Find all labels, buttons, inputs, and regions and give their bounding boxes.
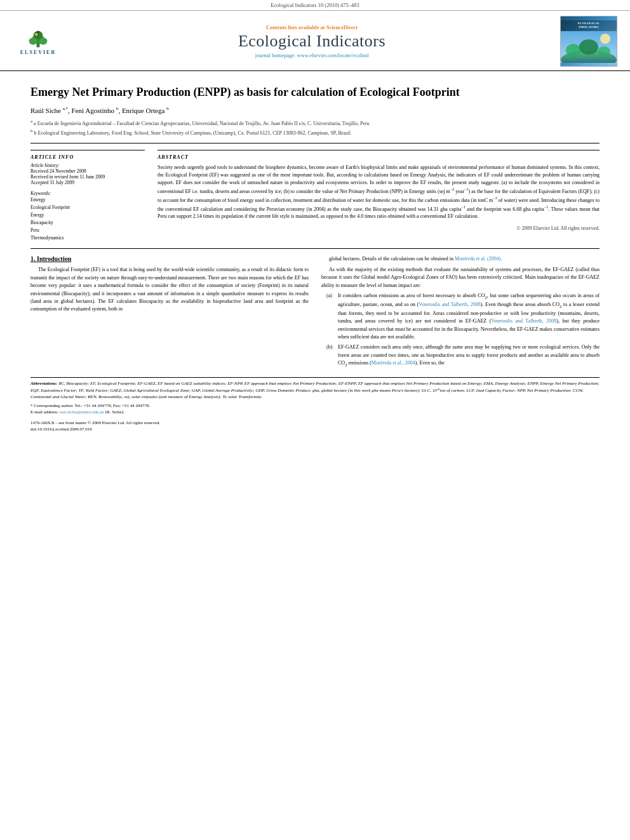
cover-title-text: ECOLOGICALINDICATORS: [561, 20, 617, 31]
journal-citation: Ecological Indicators 10 (2010) 475–483: [271, 2, 359, 8]
elsevier-tree-icon: [22, 28, 54, 48]
header-center: Contents lists available at ScienceDirec…: [64, 24, 560, 58]
svg-point-3: [39, 37, 48, 44]
section-divider: [30, 248, 600, 249]
abstract-col: Abstract Society needs urgently good too…: [158, 150, 600, 242]
affiliations: a a Escuela de Ingeniería Agroindustrial…: [30, 118, 600, 143]
footnote-area: Abbreviations: BC, Biocapacity; EF, Ecol…: [30, 377, 600, 433]
journal-cover-image: ECOLOGICALINDICATORS: [561, 17, 617, 66]
issn-line: 1470-160X/$ – see front matter © 2009 El…: [30, 420, 600, 427]
abbreviations-block: Abbreviations: BC, Biocapacity; EF, Ecol…: [30, 380, 600, 401]
keyword-thermodynamics: Thermodynamics: [30, 234, 145, 242]
list-item-b: (b) EF-GAEZ considers each area only onc…: [326, 343, 600, 368]
journal-citation-bar: Ecological Indicators 10 (2010) 475–483: [0, 0, 630, 11]
sciencedirect-line: Contents lists available at ScienceDirec…: [64, 24, 560, 30]
keyword-ef: Ecological Footprint: [30, 204, 145, 211]
page-wrapper: Ecological Indicators 10 (2010) 475–483 …: [0, 0, 630, 840]
keywords-label: Keywords:: [30, 190, 145, 196]
keyword-biocapacity: Biocapacity: [30, 219, 145, 227]
corresponding-author-note: * Corresponding author. Tel.: +51 44 294…: [30, 403, 600, 410]
svg-point-2: [29, 37, 37, 44]
journal-header: ELSEVIER Contents lists available at Sci…: [0, 11, 630, 71]
sciencedirect-link-text[interactable]: ScienceDirect: [326, 24, 358, 30]
article-content: Emergy Net Primary Production (ENPP) as …: [0, 71, 630, 442]
elsevier-logo: ELSEVIER: [13, 25, 64, 57]
keyword-emergy: Emergy: [30, 196, 145, 204]
corresponding-label: * Corresponding author. Tel.: +51 44 294…: [30, 403, 150, 408]
article-title: Emergy Net Primary Production (ENPP) as …: [30, 85, 600, 100]
journal-cover-thumbnail: ECOLOGICALINDICATORS: [560, 16, 617, 67]
svg-point-13: [600, 34, 610, 44]
abstract-heading: Abstract: [158, 154, 600, 160]
copyright-line: © 2009 Elsevier Ltd. All rights reserved…: [158, 225, 600, 231]
revised-date: Received in revised form 11 June 2009: [30, 174, 145, 180]
cover-image-area: [561, 31, 617, 63]
item-label-b: (b): [326, 343, 335, 368]
item-text-b: EF-GAEZ considers each area only once, a…: [338, 343, 600, 368]
abstract-text: Society needs urgently good tools to und…: [158, 164, 600, 220]
monfreda-link-2: Monfreda et al., 2004: [372, 360, 415, 366]
cover-illustration: [561, 31, 617, 63]
body-section: 1. Introduction The Ecological Footprint…: [30, 255, 600, 371]
item-text-a: It considers carbon emissions as area of…: [338, 292, 600, 341]
venetoulis-link-1: Venetoulis and Talberth, 2008: [419, 302, 481, 307]
keyword-energy: Energy: [30, 211, 145, 219]
affiliation-b: b b Ecological Engineering Laboratory, F…: [30, 128, 600, 137]
body-col-left: 1. Introduction The Ecological Footprint…: [30, 255, 309, 371]
abstract-section: Abstract Society needs urgently good too…: [158, 150, 600, 231]
history-label: Article history:: [30, 163, 145, 168]
svg-point-5: [37, 30, 39, 33]
info-abstract-section: Article info Article history: Received 2…: [30, 150, 600, 242]
received-date: Received 24 November 2008: [30, 168, 145, 174]
article-info-heading: Article info: [30, 154, 145, 160]
authors-line: Raúl Siche a,*, Feni Agostinho b, Enriqu…: [30, 106, 600, 114]
journal-title: Ecological Indicators: [64, 32, 560, 51]
accepted-date: Accepted 31 July 2009: [30, 180, 145, 185]
abbr-label: Abbreviations:: [30, 381, 57, 386]
svg-point-12: [598, 46, 610, 57]
body-col-right: global hectares. Details of the calculat…: [321, 255, 600, 371]
svg-point-10: [566, 44, 581, 57]
email-address: raul.siche@unitru.edu.pe: [60, 410, 104, 415]
intro-body-right: global hectares. Details of the calculat…: [321, 255, 600, 368]
article-info-box: Article info Article history: Received 2…: [30, 150, 145, 242]
elsevier-wordmark: ELSEVIER: [20, 50, 56, 55]
email-line: E-mail address: raul.siche@unitru.edu.pe…: [30, 409, 600, 416]
monfreda-link: Monfreda et al. (2004).: [455, 256, 502, 262]
doi-line: doi:10.1016/j.ecolind.2009.07.018: [30, 426, 600, 433]
item-label-a: (a): [326, 292, 335, 341]
keyword-peru: Peru: [30, 227, 145, 234]
article-info-col: Article info Article history: Received 2…: [30, 150, 145, 242]
intro-para-right-1: global hectares. Details of the calculat…: [321, 255, 600, 263]
svg-rect-7: [35, 33, 37, 35]
intro-para-right-2: As with the majority of the existing met…: [321, 266, 600, 290]
venetoulis-link-2: Venetoulis and Talberth, 2008: [491, 318, 556, 324]
keywords-section: Keywords: Emergy Ecological Footprint En…: [30, 190, 145, 242]
svg-point-11: [579, 39, 598, 55]
abbr-text: BC, Biocapacity; EF, Ecological Footprin…: [30, 381, 600, 399]
journal-homepage: journal homepage: www.elsevier.com/locat…: [64, 52, 560, 58]
intro-body-left: The Ecological Footprint (EF) is a tool …: [30, 266, 309, 313]
lettered-list: (a) It considers carbon emissions as are…: [326, 292, 600, 368]
list-item-a: (a) It considers carbon emissions as are…: [326, 292, 600, 341]
introduction-heading: 1. Introduction: [30, 255, 309, 262]
intro-para-1: The Ecological Footprint (EF) is a tool …: [30, 266, 309, 313]
affiliation-a: a a Escuela de Ingeniería Agroindustrial…: [30, 118, 600, 128]
